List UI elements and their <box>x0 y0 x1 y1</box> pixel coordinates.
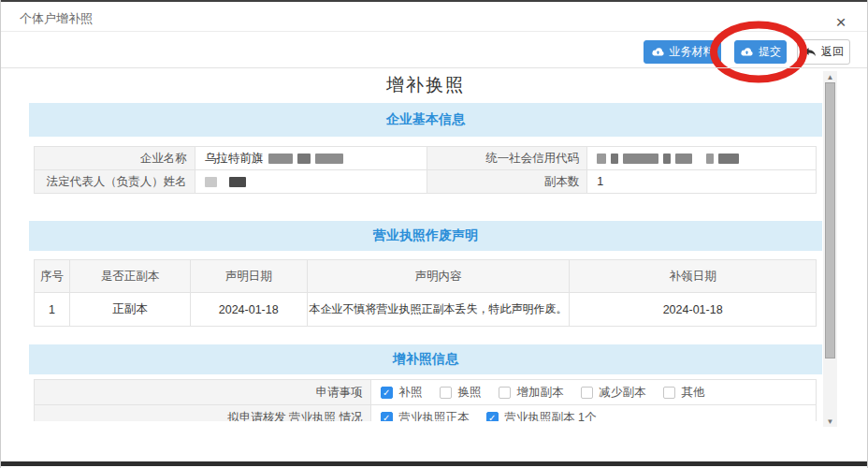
cell-seq: 1 <box>35 293 70 327</box>
apply-items-options: ✓ 补照 ✓ 换照 ✓ 增加副本 ✓ 减少副本 ✓ 其他 <box>371 380 817 405</box>
back-button[interactable]: 返回 <box>797 39 850 65</box>
checkbox-license-copy[interactable]: ✓ <box>486 412 499 422</box>
col-header-declare-content: 声明内容 <box>308 260 571 293</box>
checkbox-huanzhao[interactable]: ✓ <box>440 387 452 399</box>
company-name-label: 企业名称 <box>35 147 195 170</box>
checkbox-buzhao[interactable]: ✓ <box>381 387 393 399</box>
company-name-value: 乌拉特前旗 <box>195 147 427 170</box>
copies-count-value: 1 <box>587 170 817 194</box>
issue-license-label: 拟申请核发 营业执照 情况 <box>35 405 371 421</box>
issue-license-options: ✓ 营业执照正本 ✓ 营业执照副本 1个 <box>371 405 817 421</box>
invalid-declaration-table: 序号 是否正副本 声明日期 声明内容 补领日期 1 正副本 2024-01-18… <box>34 259 817 327</box>
cloud-upload-icon <box>651 47 665 57</box>
redacted-text <box>205 177 246 187</box>
back-arrow-icon <box>803 47 817 58</box>
form-content: 增补换照 企业基本信息 企业名称 乌拉特前旗 统一社会信用代码 <box>1 68 868 421</box>
business-materials-button[interactable]: 业务材料 <box>644 40 721 64</box>
col-header-reissue-date: 补领日期 <box>570 260 817 293</box>
copies-count-label: 副本数 <box>427 170 588 194</box>
scroll-up-arrow[interactable]: ▲ <box>823 71 837 82</box>
vertical-scrollbar[interactable]: ▲ ▼ <box>823 71 837 427</box>
basic-info-table: 企业名称 乌拉特前旗 统一社会信用代码 <box>34 146 817 194</box>
cell-declare-date: 2024-01-18 <box>191 293 308 327</box>
scroll-down-arrow[interactable]: ▼ <box>823 416 837 427</box>
checkbox-label: 营业执照正本 <box>399 410 470 422</box>
checkbox-label: 换照 <box>458 385 482 401</box>
cell-reissue-date: 2024-01-18 <box>570 293 817 327</box>
col-header-type: 是否正副本 <box>70 260 191 293</box>
table-header-row: 序号 是否正副本 声明日期 声明内容 补领日期 <box>35 260 817 293</box>
apply-items-label: 申请事项 <box>35 380 371 405</box>
legal-person-value <box>195 170 427 194</box>
checkbox-label: 补照 <box>399 385 423 401</box>
checkbox-label: 营业执照副本 1个 <box>505 410 597 422</box>
scrollbar-thumb[interactable] <box>825 82 835 358</box>
cloud-upload-icon <box>740 47 754 57</box>
checkbox-label: 增加副本 <box>517 385 564 401</box>
section-header-basic-info: 企业基本信息 <box>29 103 822 137</box>
license-supplement-modal: { "window": { "title": "个体户增补照", "close_… <box>0 0 868 468</box>
checkbox-add-copy[interactable]: ✓ <box>499 387 511 399</box>
table-row: 1 正副本 2024-01-18 本企业不慎将营业执照正副本丢失，特此声明作废。… <box>35 293 817 327</box>
cell-type: 正副本 <box>70 293 191 327</box>
checkbox-license-original[interactable]: ✓ <box>381 412 393 422</box>
credit-code-label: 统一社会信用代码 <box>427 147 588 170</box>
checkbox-label: 其他 <box>682 385 705 401</box>
section-header-invalid-declaration: 营业执照作废声明 <box>29 221 822 251</box>
supplement-info-table: 申请事项 ✓ 补照 ✓ 换照 ✓ 增加副本 ✓ 减少副本 ✓ 其他 拟申请核发 … <box>34 379 817 421</box>
cell-declare-content: 本企业不慎将营业执照正副本丢失，特此声明作废。 <box>308 293 571 327</box>
submit-label: 提交 <box>759 44 781 60</box>
header-divider <box>1 31 867 32</box>
col-header-declare-date: 声明日期 <box>191 260 308 293</box>
screenshot-bottom-edge <box>1 461 867 466</box>
page-title: 增补换照 <box>29 73 822 97</box>
section-header-supplement-info: 增补照信息 <box>29 344 822 374</box>
checkbox-label: 减少副本 <box>600 385 646 401</box>
business-materials-label: 业务材料 <box>670 44 715 60</box>
redacted-text <box>597 154 739 164</box>
back-label: 返回 <box>821 44 844 60</box>
credit-code-value <box>587 147 817 170</box>
redacted-text <box>268 154 343 164</box>
screenshot-top-edge <box>1 0 867 2</box>
modal-title: 个体户增补照 <box>20 10 93 27</box>
checkbox-other[interactable]: ✓ <box>663 387 675 399</box>
legal-person-label: 法定代表人（负责人）姓名 <box>35 170 195 194</box>
submit-button[interactable]: 提交 <box>734 40 787 64</box>
checkbox-reduce-copy[interactable]: ✓ <box>581 387 593 399</box>
col-header-seq: 序号 <box>35 260 70 293</box>
